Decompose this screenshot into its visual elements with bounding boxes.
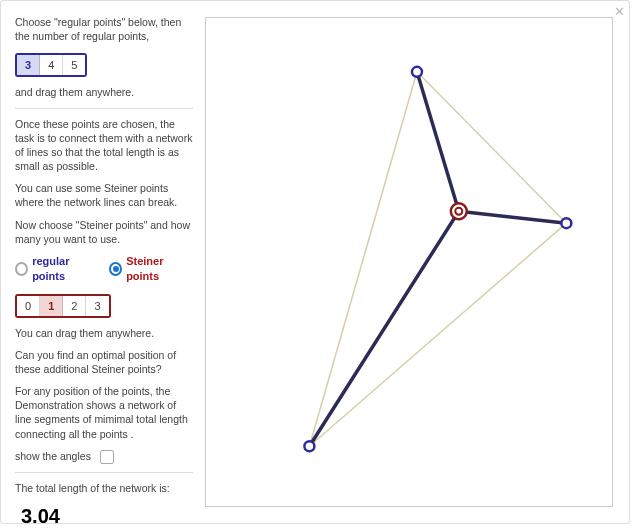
instruction-demo-shows: For any position of the points, the Demo… (15, 384, 193, 441)
svg-point-8 (304, 441, 314, 451)
svg-point-10 (455, 208, 462, 215)
radio-on-icon (109, 262, 122, 276)
divider (15, 108, 193, 109)
svg-line-2 (309, 223, 566, 446)
steiner-count-3[interactable]: 3 (86, 296, 108, 316)
close-icon[interactable]: ✕ (612, 4, 626, 18)
demonstration-frame: ✕ Choose "regular points" below, then th… (0, 0, 630, 524)
canvas-wrap (201, 1, 629, 523)
steiner-count-2[interactable]: 2 (63, 296, 86, 316)
svg-point-6 (412, 67, 422, 77)
regular-points-count-group: 3 4 5 (15, 53, 87, 77)
instruction-drag-anywhere: and drag them anywhere. (15, 85, 193, 99)
show-angles-row: show the angles (15, 449, 193, 464)
controls-sidebar: Choose "regular points" below, then the … (1, 1, 201, 523)
svg-line-1 (309, 72, 417, 446)
instruction-choose-regular: Choose "regular points" below, then the … (15, 15, 193, 43)
svg-line-5 (309, 211, 458, 446)
steiner-count-1[interactable]: 1 (40, 296, 63, 316)
regular-count-3[interactable]: 3 (17, 55, 40, 75)
divider (15, 472, 193, 473)
regular-count-4[interactable]: 4 (40, 55, 63, 75)
instruction-find-optimal: Can you find an optimal position of thes… (15, 348, 193, 376)
show-angles-label: show the angles (15, 450, 91, 462)
radio-steiner-label: Steiner points (126, 254, 193, 284)
steiner-points-count-group: 0 1 2 3 (15, 294, 111, 318)
radio-regular-points[interactable]: regular points (15, 254, 99, 284)
total-length-value: 3.04 (21, 503, 193, 530)
point-type-radio-group: regular points Steiner points (15, 254, 193, 284)
steiner-count-0[interactable]: 0 (17, 296, 40, 316)
svg-line-4 (459, 211, 567, 223)
network-canvas[interactable] (205, 17, 613, 507)
radio-steiner-points[interactable]: Steiner points (109, 254, 193, 284)
instruction-choose-steiner: Now choose "Steiner points" and how many… (15, 218, 193, 246)
total-length-label: The total length of the network is: (15, 481, 193, 495)
instruction-steiner-hint: You can use some Steiner points where th… (15, 181, 193, 209)
radio-regular-label: regular points (32, 254, 99, 284)
network-svg (206, 18, 612, 506)
show-angles-checkbox[interactable] (100, 450, 114, 464)
svg-point-7 (561, 218, 571, 228)
instruction-drag-steiner: You can drag them anywhere. (15, 326, 193, 340)
instruction-task: Once these points are chosen, the task i… (15, 117, 193, 174)
regular-count-5[interactable]: 5 (63, 55, 85, 75)
radio-off-icon (15, 262, 28, 276)
